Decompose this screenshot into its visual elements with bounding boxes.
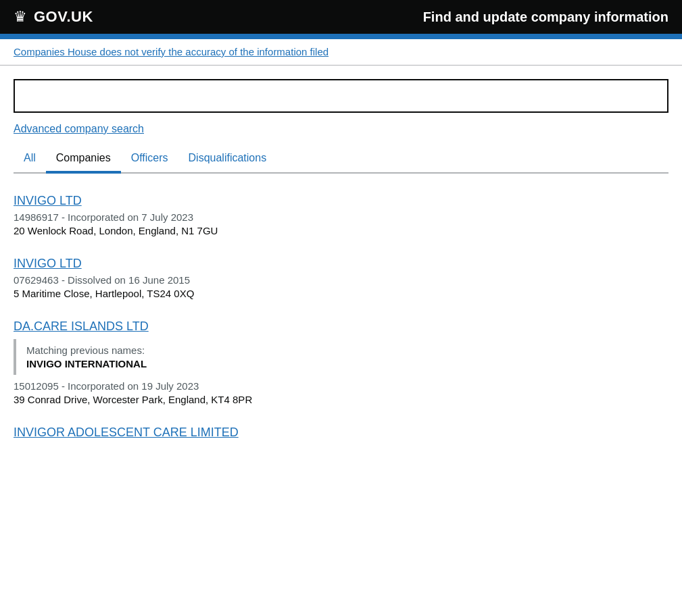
- result-item: DA.CARE ISLANDS LTD Matching previous na…: [14, 319, 668, 405]
- tab-all[interactable]: All: [14, 145, 46, 174]
- blue-accent-bar: [0, 34, 682, 39]
- search-tabs: All Companies Officers Disqualifications: [14, 145, 668, 174]
- tab-disqualifications[interactable]: Disqualifications: [178, 145, 277, 174]
- result-item: INVIGO LTD 14986917 - Incorporated on 7 …: [14, 194, 668, 236]
- result-address: 20 Wenlock Road, London, England, N1 7GU: [14, 225, 668, 236]
- result-title[interactable]: DA.CARE ISLANDS LTD: [14, 319, 668, 334]
- matching-names-label: Matching previous names:: [26, 344, 658, 356]
- tab-companies[interactable]: Companies: [46, 145, 121, 174]
- crown-icon: ♛: [14, 8, 27, 26]
- result-item: INVIGO LTD 07629463 - Dissolved on 16 Ju…: [14, 257, 668, 299]
- search-box-container[interactable]: [14, 79, 668, 113]
- result-address: 5 Maritime Close, Hartlepool, TS24 0XQ: [14, 288, 668, 299]
- gov-logo[interactable]: ♛ GOV.UK: [14, 8, 93, 26]
- results-list: INVIGO LTD 14986917 - Incorporated on 7 …: [14, 194, 668, 440]
- matching-names-value: INVIGO INTERNATIONAL: [26, 358, 658, 369]
- notice-link[interactable]: Companies House does not verify the accu…: [14, 46, 328, 57]
- result-title[interactable]: INVIGO LTD: [14, 194, 668, 208]
- result-meta: 14986917 - Incorporated on 7 July 2023: [14, 211, 668, 223]
- advanced-search-link[interactable]: Advanced company search: [14, 123, 668, 135]
- result-meta: 15012095 - Incorporated on 19 July 2023: [14, 380, 668, 392]
- result-meta: 07629463 - Dissolved on 16 June 2015: [14, 274, 668, 286]
- gov-logo-text: GOV.UK: [34, 8, 93, 26]
- matching-names-block: Matching previous names: INVIGO INTERNAT…: [14, 339, 668, 375]
- search-input[interactable]: [22, 90, 660, 102]
- result-title[interactable]: INVIGOR ADOLESCENT CARE LIMITED: [14, 426, 668, 440]
- notice-bar: Companies House does not verify the accu…: [0, 39, 682, 66]
- result-title[interactable]: INVIGO LTD: [14, 257, 668, 271]
- result-item: INVIGOR ADOLESCENT CARE LIMITED: [14, 426, 668, 440]
- site-title: Find and update company information: [423, 9, 668, 25]
- main-content: Advanced company search All Companies Of…: [0, 66, 682, 440]
- tab-officers[interactable]: Officers: [121, 145, 178, 174]
- site-header: ♛ GOV.UK Find and update company informa…: [0, 0, 682, 34]
- result-address: 39 Conrad Drive, Worcester Park, England…: [14, 394, 668, 405]
